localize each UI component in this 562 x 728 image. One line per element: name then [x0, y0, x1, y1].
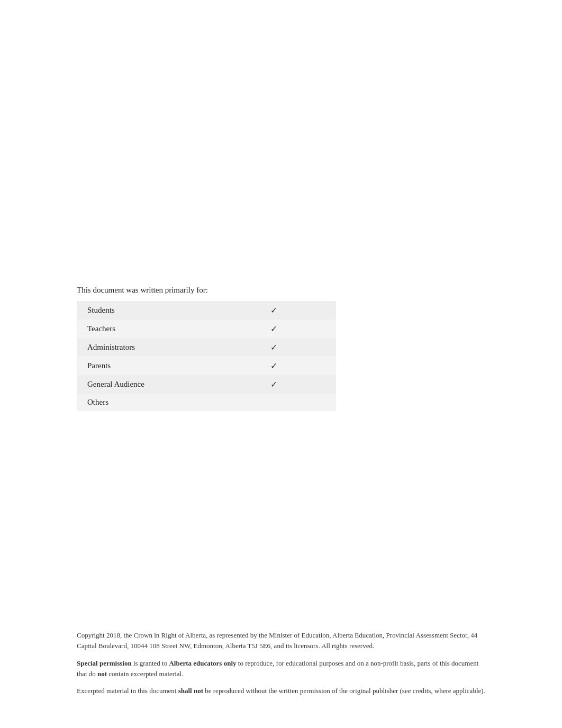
audience-check: ✓ — [262, 357, 336, 375]
mid-spacer — [77, 417, 485, 481]
audience-check — [262, 394, 336, 411]
audience-label: Students — [77, 301, 262, 320]
top-spacer — [77, 0, 485, 286]
audience-check: ✓ — [262, 301, 336, 320]
page: This document was written primarily for:… — [0, 0, 562, 728]
audience-label: Others — [77, 394, 262, 411]
table-row: General Audience✓ — [77, 375, 336, 394]
table-row: Others — [77, 394, 336, 411]
table-row: Teachers✓ — [77, 320, 336, 338]
audience-label: Administrators — [77, 338, 262, 357]
copyright-line2: Special permission is granted to Alberta… — [77, 658, 485, 679]
table-row: Administrators✓ — [77, 338, 336, 357]
not-bold: not — [97, 670, 107, 678]
special-permission-bold: Special permission — [77, 659, 132, 667]
audience-check: ✓ — [262, 320, 336, 338]
audience-label: Teachers — [77, 320, 262, 338]
alberta-educators-bold: Alberta educators only — [169, 659, 236, 667]
audience-check: ✓ — [262, 375, 336, 394]
audience-table: Students✓Teachers✓Administrators✓Parents… — [77, 301, 336, 411]
copyright-line1: Copyright 2018, the Crown in Right of Al… — [77, 630, 485, 651]
copyright-line3-prefix: Excerpted material in this document — [77, 687, 178, 695]
table-row: Students✓ — [77, 301, 336, 320]
copyright-line2-end: contain excerpted material. — [107, 670, 183, 678]
copyright-line3-suffix: be reproduced without the written permis… — [203, 687, 485, 695]
audience-check: ✓ — [262, 338, 336, 357]
audience-label: Parents — [77, 357, 262, 375]
table-row: Parents✓ — [77, 357, 336, 375]
copyright-section: Copyright 2018, the Crown in Right of Al… — [77, 630, 485, 728]
copyright-line2-middle: is granted to — [132, 659, 169, 667]
intro-text: This document was written primarily for: — [77, 286, 485, 295]
shall-not-bold: shall not — [178, 687, 203, 695]
copyright-line3: Excerpted material in this document shal… — [77, 686, 485, 696]
audience-label: General Audience — [77, 375, 262, 394]
